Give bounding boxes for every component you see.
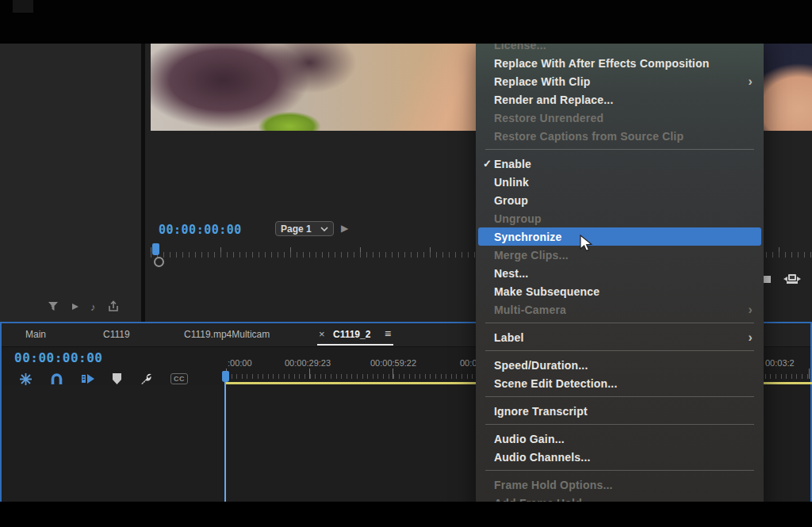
top-letterbox-bar xyxy=(0,0,812,44)
menu-separator xyxy=(485,470,754,471)
scrubber-handle[interactable] xyxy=(154,257,164,267)
program-monitor-timecode[interactable]: 00:00:00:00 xyxy=(159,223,242,237)
corner-chip xyxy=(13,0,33,13)
page-selector-label: Page 1 xyxy=(281,223,312,235)
tab-close-icon[interactable]: × xyxy=(319,328,325,340)
ruler-label-1: 00:00:29:23 xyxy=(285,358,331,368)
program-monitor-playhead[interactable] xyxy=(152,243,159,255)
linked-selection-icon[interactable] xyxy=(81,372,95,385)
mouse-cursor xyxy=(579,235,595,254)
menu-item-nest[interactable]: Nest... xyxy=(476,264,764,282)
play-button[interactable]: ▶ xyxy=(341,223,348,234)
submenu-arrow-icon: › xyxy=(748,304,753,316)
submenu-arrow-icon: › xyxy=(748,331,753,344)
submenu-arrow-icon: › xyxy=(748,75,753,88)
tab-c1119[interactable]: C1119 xyxy=(103,329,130,340)
menu-item-unlink[interactable]: Unlink xyxy=(476,173,764,191)
menu-item-label[interactable]: Label› xyxy=(476,328,764,346)
menu-item-ungroup: Ungroup xyxy=(476,209,764,227)
menu-item-multi-camera: Multi-Camera› xyxy=(476,300,764,319)
tab-c1119-multicam[interactable]: C1119.mp4Multicam xyxy=(184,329,270,340)
ruler-label-4: 00:03:2 xyxy=(765,358,795,368)
bottom-letterbox-bar xyxy=(0,502,812,527)
menu-item-merge-clips: Merge Clips... xyxy=(476,246,764,264)
play-audio-icon[interactable] xyxy=(71,301,82,312)
menu-item-restore-captions: Restore Captions from Source Clip xyxy=(476,127,764,145)
menu-item-frame-hold-options: Frame Hold Options... xyxy=(476,475,764,494)
panel-divider[interactable] xyxy=(141,44,145,322)
menu-item-enable[interactable]: ✓Enable xyxy=(476,155,764,173)
menu-separator xyxy=(485,323,754,323)
menu-item-speed-duration[interactable]: Speed/Duration... xyxy=(476,356,764,374)
playhead-line xyxy=(224,371,226,502)
project-panel xyxy=(0,44,141,322)
add-marker-icon[interactable] xyxy=(113,373,121,384)
captions-icon[interactable]: CC xyxy=(170,373,188,384)
menu-item-render-and-replace[interactable]: Render and Replace... xyxy=(476,90,764,109)
menu-item-audio-gain[interactable]: Audio Gain... xyxy=(476,430,764,448)
music-note-icon: ♪ xyxy=(90,301,96,313)
menu-separator xyxy=(485,149,754,150)
ruler-label-0: :00:00 xyxy=(228,358,252,368)
tab-main[interactable]: Main xyxy=(25,329,46,340)
timeline-playhead[interactable] xyxy=(222,371,229,382)
menu-separator xyxy=(485,350,754,351)
menu-separator xyxy=(485,396,754,397)
active-tab-underline xyxy=(317,344,393,346)
chevron-down-icon xyxy=(320,227,328,231)
menu-item-restore-unrendered: Restore Unrendered xyxy=(476,109,764,127)
menu-item-replace-with-after-effects-composition[interactable]: Replace With After Effects Composition xyxy=(476,54,764,72)
nest-toggle-icon[interactable] xyxy=(19,372,33,386)
premiere-pro-window: 00:00:00:00 Page 1 ▶ ♪ xyxy=(0,0,812,527)
menu-item-group[interactable]: Group xyxy=(476,191,764,209)
check-icon: ✓ xyxy=(481,158,494,170)
multicam-icon[interactable] xyxy=(783,273,801,285)
page-selector-dropdown[interactable]: Page 1 xyxy=(275,221,334,236)
filter-icon[interactable] xyxy=(48,300,60,313)
export-icon[interactable] xyxy=(107,300,120,313)
stop-icon[interactable] xyxy=(764,276,771,283)
menu-item-scene-edit-detection[interactable]: Scene Edit Detection... xyxy=(476,374,764,392)
menu-item-audio-channels[interactable]: Audio Channels... xyxy=(476,448,764,466)
tab-c1119-2-active[interactable]: C1119_2 xyxy=(333,329,370,340)
snap-magnet-icon[interactable] xyxy=(50,372,63,386)
timeline-settings-wrench-icon[interactable] xyxy=(139,372,153,386)
context-menu: License... Replace With After Effects Co… xyxy=(476,36,764,515)
timeline-timecode[interactable]: 00:00:00:00 xyxy=(14,350,102,365)
menu-item-synchronize[interactable]: Synchronize xyxy=(478,227,761,246)
menu-item-make-subsequence[interactable]: Make Subsequence xyxy=(476,282,764,300)
ruler-label-2: 00:00:59:22 xyxy=(370,358,416,368)
menu-separator xyxy=(485,424,754,425)
panel-menu-icon[interactable]: ≡ xyxy=(385,327,391,340)
menu-item-replace-with-clip[interactable]: Replace With Clip› xyxy=(476,72,764,90)
menu-item-ignore-transcript[interactable]: Ignore Transcript xyxy=(476,402,764,420)
